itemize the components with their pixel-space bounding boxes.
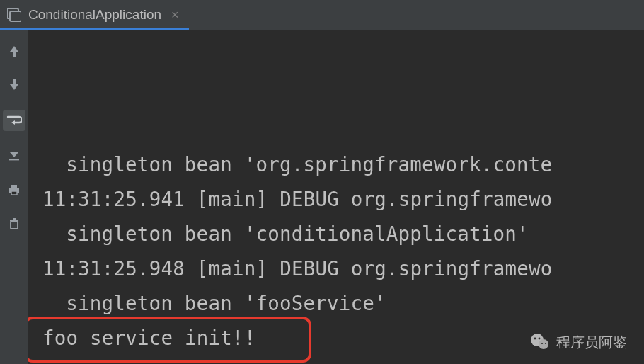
console-line: 11:31:25.948 [main] DEBUG org.springfram… (42, 251, 644, 286)
console-gutter (0, 30, 28, 364)
print-icon[interactable] (5, 181, 23, 199)
run-body: singleton bean 'org.springframework.cont… (0, 30, 644, 364)
svg-rect-1 (10, 11, 21, 21)
svg-point-13 (541, 343, 543, 344)
tab-title: ConditionalApplication (28, 7, 161, 23)
run-window-icon (7, 8, 21, 22)
tab-conditional-application[interactable]: ConditionalApplication × (0, 0, 189, 30)
watermark-text: 程序员阿鉴 (556, 333, 627, 352)
console-output[interactable]: singleton bean 'org.springframework.cont… (28, 30, 644, 364)
svg-point-14 (545, 343, 546, 344)
app-root: ConditionalApplication × (0, 0, 644, 364)
svg-point-10 (539, 339, 548, 349)
svg-rect-5 (11, 191, 17, 195)
svg-rect-6 (11, 221, 18, 229)
arrow-down-icon[interactable] (5, 76, 23, 94)
run-tabs-bar: ConditionalApplication × (0, 0, 644, 30)
delete-icon[interactable] (5, 215, 23, 233)
console-line: singleton bean 'fooService' (42, 286, 644, 321)
wechat-icon (529, 331, 551, 353)
svg-rect-7 (10, 220, 18, 221)
svg-point-11 (534, 338, 536, 340)
console-line: singleton bean 'org.springframework.cont… (42, 147, 644, 182)
scroll-to-end-icon[interactable] (5, 147, 23, 165)
console-line (42, 356, 644, 364)
console-line: 11:31:25.941 [main] DEBUG org.springfram… (42, 182, 644, 217)
svg-point-12 (539, 338, 541, 340)
svg-rect-2 (9, 159, 19, 160)
soft-wrap-icon[interactable] (3, 110, 25, 131)
svg-rect-8 (13, 218, 16, 220)
watermark: 程序员阿鉴 (529, 331, 627, 353)
console-line: singleton bean 'conditionalApplication' (42, 217, 644, 251)
arrow-up-icon[interactable] (5, 42, 23, 60)
svg-rect-4 (11, 185, 17, 188)
close-icon[interactable]: × (171, 8, 179, 21)
